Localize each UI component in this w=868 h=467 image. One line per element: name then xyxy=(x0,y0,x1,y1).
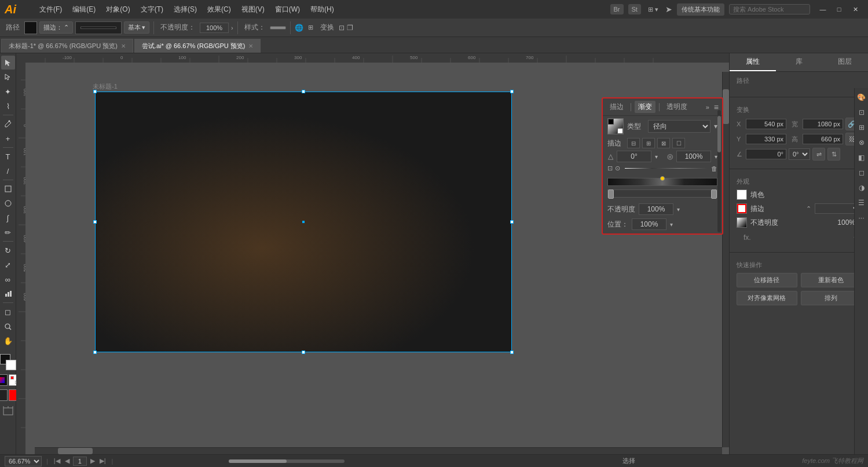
menu-window[interactable]: 窗口(W) xyxy=(270,2,305,17)
stock-icon[interactable]: St xyxy=(628,4,641,14)
gp-stroke-btn-1[interactable]: ⊟ xyxy=(627,138,640,148)
menu-view[interactable]: 视图(V) xyxy=(237,2,269,17)
tool-line[interactable]: / xyxy=(1,164,15,178)
bridge-icon[interactable]: Br xyxy=(610,4,624,14)
background-color[interactable] xyxy=(6,360,16,370)
gp-scrollbar[interactable] xyxy=(717,110,721,232)
tab-2-close[interactable]: ✕ xyxy=(248,43,253,49)
tool-pen[interactable] xyxy=(1,117,15,131)
stroke-preview[interactable] xyxy=(75,21,122,34)
gp-reverse-icon[interactable]: 🗑 xyxy=(711,165,717,172)
gp-tab-stroke[interactable]: 描边 xyxy=(606,101,627,113)
search-input[interactable] xyxy=(729,4,810,14)
handle-tc[interactable] xyxy=(302,90,305,93)
gp-color-swatch[interactable] xyxy=(607,118,624,134)
gp-stroke-btn-2[interactable]: ⊞ xyxy=(642,138,655,148)
color-mode-btn[interactable] xyxy=(0,374,8,386)
rp-flip-v-icon[interactable]: ⇅ xyxy=(827,148,840,160)
menu-effect[interactable]: 效果(C) xyxy=(203,2,236,17)
gp-tab-gradient[interactable]: 渐变 xyxy=(635,101,655,113)
tool-add-anchor[interactable]: + xyxy=(1,132,15,145)
rp-angle-select[interactable]: 0° xyxy=(789,148,810,160)
canvas-scrollbar-h[interactable] xyxy=(35,447,722,454)
status-zoom-select[interactable]: 66.67% 50% 100% xyxy=(5,456,42,466)
style-swatch[interactable] xyxy=(270,26,286,30)
rp-stroke-swatch[interactable] xyxy=(737,203,747,214)
rp-prop-icon-color[interactable]: ◧ xyxy=(856,152,867,163)
handle-br[interactable] xyxy=(510,351,514,354)
stroke-btn[interactable]: 描边： ⌃ xyxy=(39,21,73,34)
opacity-input[interactable] xyxy=(200,23,229,33)
tool-pencil[interactable]: ✏ xyxy=(1,225,15,239)
fg-bg-swatch[interactable] xyxy=(0,354,16,370)
tool-hand[interactable]: ✋ xyxy=(1,334,15,348)
tool-direct-selection[interactable] xyxy=(1,70,15,84)
artboard[interactable] xyxy=(95,92,512,352)
layout-icon[interactable]: ⊞ ▾ xyxy=(646,5,661,14)
rp-prop-icon-pathfinder[interactable]: ⊗ xyxy=(856,137,867,148)
tool-rotate[interactable]: ↻ xyxy=(1,243,15,257)
rp-btn-offset-path[interactable]: 位移路径 xyxy=(737,273,797,287)
minimize-button[interactable]: — xyxy=(815,3,831,16)
tab-1[interactable]: 未标题-1* @ 66.67% (RGB/GPU 预览) ✕ xyxy=(1,39,133,53)
rp-prop-icon-stroke[interactable]: ◻ xyxy=(856,167,867,178)
maximize-button[interactable]: □ xyxy=(831,3,847,16)
black-swatch[interactable] xyxy=(0,389,8,401)
scrollbar-h-thumb[interactable] xyxy=(58,448,93,454)
gp-opacity-input[interactable] xyxy=(639,203,673,215)
menu-file[interactable]: 文件(F) xyxy=(35,2,67,17)
handle-bl[interactable] xyxy=(93,351,97,354)
rp-tab-library[interactable]: 库 xyxy=(776,53,822,71)
gp-expand-btn[interactable]: » xyxy=(706,104,709,111)
tool-magic-wand[interactable]: ✦ xyxy=(1,85,15,98)
transform-icon[interactable]: ⊡ xyxy=(339,24,345,32)
globe-icon[interactable]: 🌐 xyxy=(295,24,303,32)
tool-lasso[interactable]: ⌇ xyxy=(1,99,15,113)
rp-prop-icon-palette[interactable]: 🎨 xyxy=(856,92,867,103)
gp-stop-indicator[interactable] xyxy=(660,176,665,181)
tool-ellipse[interactable] xyxy=(1,196,15,210)
rp-prop-icon-gradient[interactable]: ◑ xyxy=(856,182,867,194)
basic-dropdown[interactable]: 基本 ▾ xyxy=(124,21,149,34)
gp-angle-chevron[interactable]: ▾ xyxy=(655,154,658,160)
tool-graph[interactable] xyxy=(1,287,15,301)
tool-type[interactable]: T xyxy=(1,149,15,163)
extra-tool[interactable] xyxy=(2,405,14,418)
rp-tab-layers[interactable]: 图层 xyxy=(822,53,868,71)
rp-width-input[interactable] xyxy=(803,119,843,129)
gp-position-input[interactable] xyxy=(632,218,666,230)
gp-opacity-track[interactable] xyxy=(607,189,717,198)
rp-prop-icon-layer[interactable]: ☰ xyxy=(856,197,867,209)
arrange-icon[interactable]: ❐ xyxy=(347,24,353,32)
gp-stroke-btn-3[interactable]: ⊠ xyxy=(657,138,670,148)
rp-prop-icon-align[interactable]: ⊞ xyxy=(856,122,867,133)
tool-selection[interactable] xyxy=(1,56,15,70)
bc-next[interactable]: ▶ xyxy=(89,457,96,465)
rp-x-input[interactable] xyxy=(746,119,786,129)
menu-object[interactable]: 对象(O) xyxy=(101,2,134,17)
tab-1-close[interactable]: ✕ xyxy=(121,43,126,49)
rp-flip-h-icon[interactable]: ⇌ xyxy=(812,148,825,160)
tool-blend[interactable]: ∞ xyxy=(1,272,15,286)
gp-opacity-stop-right[interactable] xyxy=(711,189,717,199)
gp-opacity-stop-left[interactable] xyxy=(608,189,614,199)
rp-opacity-swatch[interactable] xyxy=(737,217,747,228)
handle-mr[interactable] xyxy=(510,220,514,224)
gp-angle-input[interactable] xyxy=(617,151,651,162)
menu-help[interactable]: 帮助(H) xyxy=(306,2,339,17)
gp-type-select[interactable]: 径向 线性 任意形状 xyxy=(648,120,710,133)
fill-swatch[interactable] xyxy=(24,21,37,34)
send-icon[interactable]: ➤ xyxy=(665,5,672,14)
rp-stroke-chevron[interactable]: ⌃ xyxy=(806,205,811,213)
scrollbar-v-thumb[interactable] xyxy=(723,89,729,124)
workspace-dropdown[interactable]: 传统基本功能 xyxy=(677,3,724,16)
tool-eraser[interactable]: ◻ xyxy=(1,305,15,319)
bc-first[interactable]: |◀ xyxy=(53,457,61,465)
rp-btn-align-pixel[interactable]: 对齐像素网格 xyxy=(737,291,797,305)
rp-prop-icon-more[interactable]: ··· xyxy=(856,212,867,224)
menu-type[interactable]: 文字(T) xyxy=(136,2,168,17)
gp-tab-opacity[interactable]: 透明度 xyxy=(663,101,691,113)
bc-prev[interactable]: ◀ xyxy=(64,457,71,465)
tab-2[interactable]: 尝试.ai* @ 66.67% (RGB/GPU 预览) ✕ xyxy=(134,39,261,53)
handle-tr[interactable] xyxy=(510,90,514,93)
